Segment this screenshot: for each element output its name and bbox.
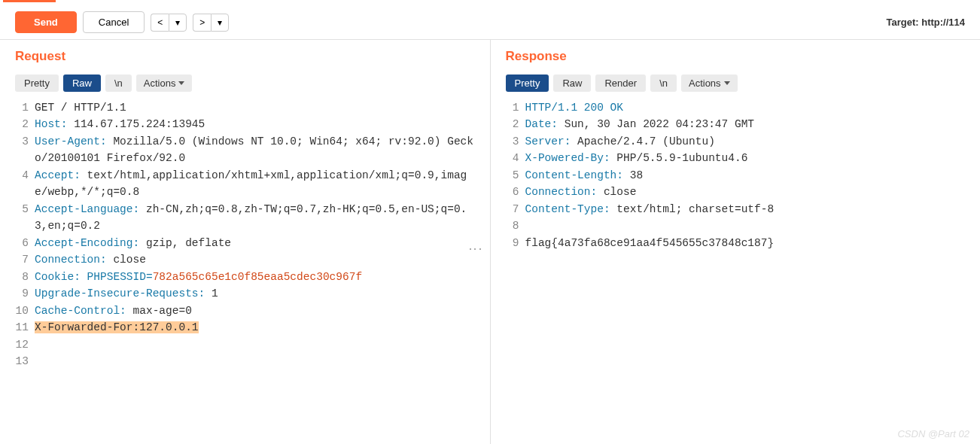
editor-line[interactable]: 1GET / HTTP/1.1	[15, 99, 475, 116]
line-number: 2	[506, 116, 525, 132]
line-code[interactable]: Content-Length: 38	[525, 167, 966, 184]
editor-line[interactable]: 1HTTP/1.1 200 OK	[506, 99, 966, 116]
editor-line[interactable]: 13	[15, 353, 475, 369]
line-number: 3	[15, 133, 35, 167]
response-title: Response	[506, 49, 966, 64]
editor-line[interactable]: 3Server: Apache/2.4.7 (Ubuntu)	[506, 133, 966, 150]
line-number: 12	[15, 336, 35, 353]
prev-dropdown[interactable]: ▾	[169, 14, 187, 32]
request-title: Request	[15, 49, 475, 64]
tab-pretty[interactable]: Pretty	[506, 75, 549, 92]
more-icon[interactable]: ⋮	[467, 242, 484, 256]
line-code[interactable]	[35, 353, 475, 369]
request-editor[interactable]: 1GET / HTTP/1.12Host: 114.67.175.224:139…	[15, 99, 475, 370]
line-number: 3	[506, 133, 525, 150]
line-code[interactable]: User-Agent: Mozilla/5.0 (Windows NT 10.0…	[35, 133, 475, 167]
line-code[interactable]: Date: Sun, 30 Jan 2022 04:23:47 GMT	[525, 116, 966, 132]
line-code[interactable]: Accept: text/html,application/xhtml+xml,…	[35, 167, 475, 201]
line-code[interactable]: Upgrade-Insecure-Requests: 1	[35, 285, 475, 302]
editor-line[interactable]: 7Content-Type: text/html; charset=utf-8	[506, 201, 966, 217]
line-code[interactable]: Connection: close	[35, 251, 475, 268]
editor-line[interactable]: 2Host: 114.67.175.224:13945	[15, 116, 475, 132]
editor-line[interactable]: 4X-Powered-By: PHP/5.5.9-1ubuntu4.6	[506, 150, 966, 166]
tab-newline[interactable]: \n	[105, 75, 132, 92]
line-number: 4	[506, 150, 525, 166]
editor-line[interactable]: 9Upgrade-Insecure-Requests: 1	[15, 285, 475, 302]
line-number: 7	[15, 251, 35, 268]
cancel-button[interactable]: Cancel	[83, 11, 145, 33]
tab-newline[interactable]: \n	[650, 75, 677, 92]
line-number: 9	[506, 235, 525, 251]
line-number: 7	[506, 201, 525, 217]
line-number: 1	[506, 99, 525, 116]
response-panel: Response Pretty Raw Render \n Actions 1H…	[490, 40, 981, 444]
line-number: 8	[506, 217, 525, 234]
editor-line[interactable]: 6Accept-Encoding: gzip, deflate	[15, 235, 475, 251]
line-number: 6	[506, 184, 525, 200]
chevron-down-icon	[724, 81, 730, 85]
next-button[interactable]: >	[193, 14, 211, 32]
editor-line[interactable]: 7Connection: close	[15, 251, 475, 268]
watermark: CSDN @Part 02	[897, 428, 969, 439]
prev-button[interactable]: <	[151, 14, 169, 32]
line-code[interactable]: Accept-Encoding: gzip, deflate	[35, 235, 475, 251]
line-code[interactable]: HTTP/1.1 200 OK	[525, 99, 966, 116]
editor-line[interactable]: 10Cache-Control: max-age=0	[15, 303, 475, 319]
actions-dropdown[interactable]: Actions	[136, 75, 193, 92]
send-button[interactable]: Send	[15, 11, 77, 33]
editor-line[interactable]: 8	[506, 217, 966, 234]
actions-dropdown[interactable]: Actions	[681, 75, 738, 92]
line-number: 6	[15, 235, 35, 251]
editor-line[interactable]: 4Accept: text/html,application/xhtml+xml…	[15, 167, 475, 201]
line-code[interactable]	[35, 336, 475, 353]
tab-render[interactable]: Render	[595, 75, 646, 92]
line-code[interactable]: X-Powered-By: PHP/5.5.9-1ubuntu4.6	[525, 150, 966, 166]
line-number: 11	[15, 319, 35, 336]
line-code[interactable]: X-Forwarded-For:127.0.0.1	[35, 319, 475, 336]
editor-line[interactable]: 12	[15, 336, 475, 353]
editor-line[interactable]: 9flag{4a73fa68ce91aa4f545655c37848c187}	[506, 235, 966, 251]
actions-label: Actions	[689, 78, 721, 89]
line-code[interactable]: flag{4a73fa68ce91aa4f545655c37848c187}	[525, 235, 966, 251]
active-tab-indicator	[3, 0, 56, 2]
editor-line[interactable]: 6Connection: close	[506, 184, 966, 200]
line-code[interactable]: Cache-Control: max-age=0	[35, 303, 475, 319]
editor-line[interactable]: 2Date: Sun, 30 Jan 2022 04:23:47 GMT	[506, 116, 966, 132]
history-next-group: > ▾	[193, 14, 229, 32]
line-number: 9	[15, 285, 35, 302]
line-code[interactable]: Connection: close	[525, 184, 966, 200]
editor-line[interactable]: 11X-Forwarded-For:127.0.0.1	[15, 319, 475, 336]
tab-raw[interactable]: Raw	[553, 75, 591, 92]
tab-pretty[interactable]: Pretty	[15, 75, 59, 92]
line-code[interactable]	[525, 217, 966, 234]
chevron-down-icon	[178, 81, 184, 85]
history-prev-group: < ▾	[151, 14, 187, 32]
line-number: 5	[15, 201, 35, 235]
request-panel: Request Pretty Raw \n Actions 1GET / HTT…	[0, 40, 490, 444]
line-code[interactable]: Server: Apache/2.4.7 (Ubuntu)	[525, 133, 966, 150]
line-number: 13	[15, 353, 35, 369]
line-number: 8	[15, 269, 35, 285]
line-number: 10	[15, 303, 35, 319]
response-editor[interactable]: 1HTTP/1.1 200 OK2Date: Sun, 30 Jan 2022 …	[506, 99, 966, 251]
next-dropdown[interactable]: ▾	[211, 14, 229, 32]
line-number: 1	[15, 99, 35, 116]
editor-line[interactable]: 3User-Agent: Mozilla/5.0 (Windows NT 10.…	[15, 133, 475, 167]
editor-line[interactable]: 8Cookie: PHPSESSID=782a565c65e1c0f85eaa5…	[15, 269, 475, 285]
line-code[interactable]: Cookie: PHPSESSID=782a565c65e1c0f85eaa5c…	[35, 269, 475, 285]
editor-line[interactable]: 5Content-Length: 38	[506, 167, 966, 184]
line-number: 5	[506, 167, 525, 184]
line-number: 2	[15, 116, 35, 132]
line-code[interactable]: Content-Type: text/html; charset=utf-8	[525, 201, 966, 217]
line-number: 4	[15, 167, 35, 201]
line-code[interactable]: Host: 114.67.175.224:13945	[35, 116, 475, 132]
tab-raw[interactable]: Raw	[63, 75, 101, 92]
line-code[interactable]: GET / HTTP/1.1	[35, 99, 475, 116]
target-label: Target: http://114	[887, 17, 966, 28]
editor-line[interactable]: 5Accept-Language: zh-CN,zh;q=0.8,zh-TW;q…	[15, 201, 475, 235]
line-code[interactable]: Accept-Language: zh-CN,zh;q=0.8,zh-TW;q=…	[35, 201, 475, 235]
actions-label: Actions	[144, 78, 176, 89]
toolbar: Send Cancel < ▾ > ▾ Target: http://114	[0, 5, 980, 40]
